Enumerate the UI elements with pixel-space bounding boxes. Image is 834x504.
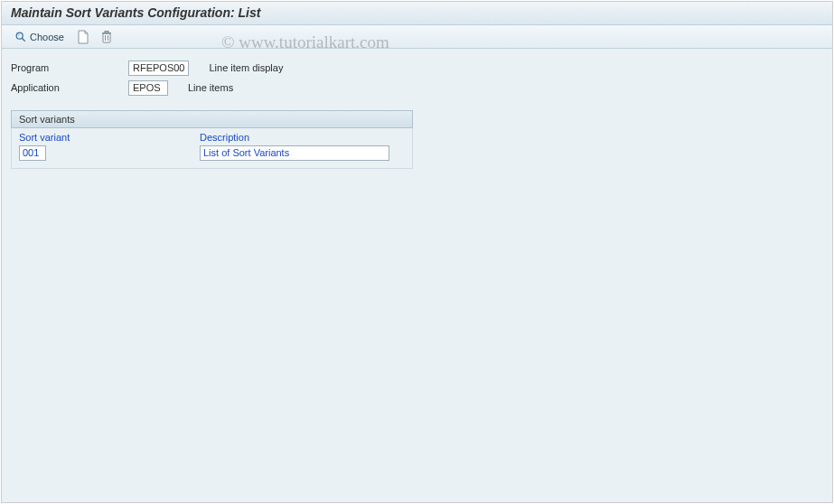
svg-point-2	[18, 33, 20, 35]
cell-sort-variant: 001	[19, 145, 200, 161]
table-row: 001 List of Sort Variants	[19, 145, 405, 161]
titlebar: Maintain Sort Variants Configuration: Li…	[2, 2, 832, 25]
header-fields: Program RFEPOS00 Line item display Appli…	[11, 58, 823, 98]
toolbar: Choose	[2, 25, 832, 49]
description-input[interactable]: List of Sort Variants	[200, 145, 389, 161]
magnifier-icon	[14, 31, 27, 43]
cell-description: List of Sort Variants	[200, 145, 405, 161]
svg-rect-7	[105, 31, 108, 33]
svg-rect-3	[103, 33, 110, 42]
application-row: Application EPOS Line items	[11, 78, 823, 98]
groupbox-title: Sort variants	[11, 110, 413, 128]
content-area: Program RFEPOS00 Line item display Appli…	[2, 49, 832, 502]
col-header-description: Description	[200, 132, 405, 143]
program-row: Program RFEPOS00 Line item display	[11, 58, 823, 78]
app-window: Maintain Sort Variants Configuration: Li…	[1, 1, 833, 503]
program-value: RFEPOS00	[128, 61, 189, 76]
new-button[interactable]	[75, 28, 91, 46]
column-headers: Sort variant Description	[19, 132, 405, 143]
delete-button[interactable]	[98, 28, 115, 46]
new-page-icon	[77, 30, 89, 44]
svg-line-1	[22, 38, 24, 41]
page-title: Maintain Sort Variants Configuration: Li…	[11, 5, 260, 20]
program-description: Line item display	[209, 62, 283, 73]
groupbox-body: Sort variant Description 001 List of Sor…	[11, 128, 413, 169]
trash-icon	[100, 30, 113, 44]
application-description: Line items	[188, 82, 233, 93]
choose-button-label: Choose	[30, 32, 64, 42]
application-label: Application	[11, 82, 128, 93]
application-value: EPOS	[128, 80, 168, 96]
sort-variant-input[interactable]: 001	[19, 145, 46, 161]
program-label: Program	[11, 62, 128, 73]
col-header-sort-variant: Sort variant	[19, 132, 200, 143]
choose-button[interactable]: Choose	[11, 29, 68, 45]
sort-variants-group: Sort variants Sort variant Description 0…	[11, 110, 413, 169]
